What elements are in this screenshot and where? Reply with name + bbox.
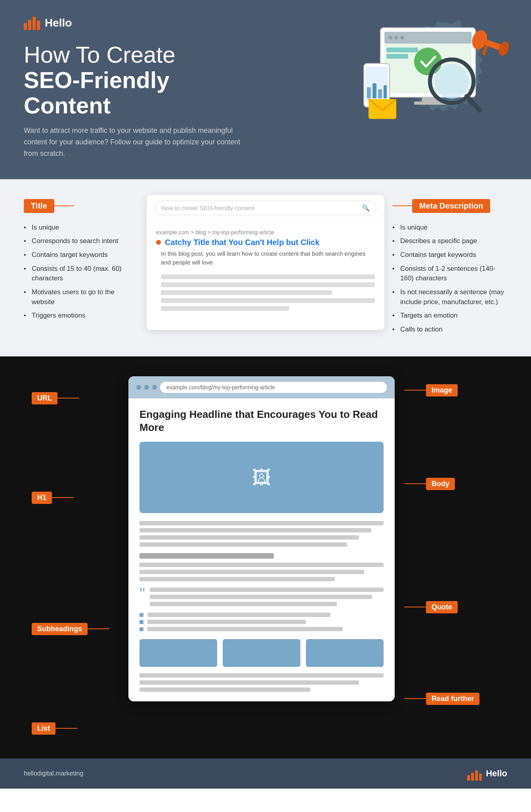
url-label-group: URL [32, 392, 119, 404]
browser-content: example.com > blog > my-top-performing-a… [147, 221, 384, 319]
list-label-group: List [32, 722, 119, 735]
list-line-3 [147, 627, 343, 631]
blog-image-placeholder: 🖼 [139, 442, 384, 513]
blog-mockup: example.com/blog/my-top-performing-artic… [128, 376, 395, 702]
body-line-4 [139, 542, 347, 547]
url-label: URL [32, 392, 57, 404]
breadcrumb: example.com > blog > my-top-performing-a… [156, 229, 375, 236]
footer-logo-text: Hello [486, 768, 507, 779]
main-title-bold: SEO-Friendly Content [24, 67, 262, 118]
list-bullet-3 [139, 627, 143, 631]
list-item-1 [139, 613, 384, 617]
rf-line-h [404, 698, 426, 699]
dot-3 [152, 385, 157, 390]
svg-point-5 [388, 36, 392, 40]
browser-mockup-col: How to create SEO-friendly content 🔍 exa… [139, 195, 392, 330]
svg-point-12 [434, 64, 469, 99]
body-line-1 [139, 521, 384, 525]
meta-bullet-1: Is unique [392, 221, 507, 235]
meta-bullet-list: Is unique Describes a specific page Cont… [392, 221, 507, 337]
footer-logo-icon [467, 766, 482, 781]
svg-rect-19 [384, 85, 387, 98]
search-icon: 🔍 [362, 204, 370, 212]
image-line-h [404, 390, 426, 391]
right-spacer-3 [404, 613, 499, 693]
blog-top-bar: example.com/blog/my-top-performing-artic… [128, 376, 395, 398]
sub-line-1 [139, 563, 384, 567]
main-title-area: How To Create SEO-Friendly Content Want … [24, 42, 262, 159]
list-bullet-2 [139, 620, 143, 624]
logo-bar-4 [37, 21, 40, 30]
catchy-title: Catchy Title that You Can't Help but Cli… [165, 238, 319, 247]
footer-bar-3 [475, 770, 478, 781]
image-label-group: Image [404, 384, 499, 396]
title-bullet-4: Consists of 15 to 40 (max. 60) character… [24, 262, 139, 285]
list-line-1 [147, 613, 330, 617]
footer-bar-4 [479, 774, 482, 781]
footer: hellodigital.marketing Hello [0, 758, 531, 789]
svg-rect-18 [378, 89, 382, 98]
gray-line-5 [161, 306, 289, 311]
subheadings-label: Subheadings [32, 623, 88, 635]
svg-point-22 [497, 40, 511, 57]
dot-2 [144, 385, 149, 390]
blog-url-bar: example.com/blog/my-top-performing-artic… [160, 382, 387, 393]
gray-line-2 [161, 282, 375, 287]
footer-bar-1 [467, 775, 470, 781]
main-subtitle: Want to attract more traffic to your web… [24, 125, 246, 159]
footer-logo: Hello [467, 766, 507, 781]
meta-connector-line [392, 205, 412, 206]
card-1 [139, 639, 217, 667]
card-2 [223, 639, 300, 667]
svg-point-6 [394, 36, 398, 40]
h1-label: H1 [32, 492, 52, 504]
browser-search-bar: How to create SEO-friendly content 🔍 [147, 195, 384, 221]
right-spacer-1 [404, 396, 499, 478]
title-bullet-3: Contains target keywords [24, 248, 139, 262]
rf-line-3 [139, 688, 310, 692]
body-content-lines [139, 521, 384, 547]
meta-badge: Meta Description [412, 199, 490, 213]
footer-bar-2 [471, 773, 474, 781]
middle-section: Title Is unique Corresponds to search in… [0, 179, 531, 356]
footer-url: hellodigital.marketing [24, 770, 83, 777]
title-bullet-2: Corresponds to search intent [24, 234, 139, 248]
title-bullet-1: Is unique [24, 221, 139, 235]
url-line-h [57, 398, 79, 398]
search-placeholder-text: How to create SEO-friendly content [161, 205, 254, 211]
browser-mockup: How to create SEO-friendly content 🔍 exa… [147, 195, 384, 330]
sub-line-3 [139, 577, 335, 581]
quote-line-1 [150, 588, 384, 592]
quote-label: Quote [426, 601, 458, 613]
blog-mockup-col: example.com/blog/my-top-performing-artic… [119, 376, 404, 702]
header-section: Hello How To Create SEO-Friendly Content… [0, 0, 531, 179]
body-line-h [404, 483, 426, 484]
quote-line-h [404, 607, 426, 607]
left-labels-col: URL H1 Subheadings [32, 376, 119, 735]
list-line-h [55, 728, 77, 729]
header-illustration [345, 4, 519, 131]
svg-rect-10 [386, 54, 408, 59]
title-badge: Title [24, 199, 54, 213]
logo-icon [24, 16, 40, 30]
gray-line-3 [161, 290, 332, 295]
gray-lines [161, 274, 375, 311]
quote-lines [150, 588, 384, 606]
title-bullet-5: Motivates users to go to the website [24, 285, 139, 309]
quote-label-group: Quote [404, 601, 499, 613]
title-bullet-6: Triggers emotions [24, 309, 139, 323]
rf-line-2 [139, 680, 359, 685]
logo-bar-2 [28, 20, 31, 30]
svg-line-13 [467, 96, 479, 110]
spacer-1 [32, 404, 119, 492]
quote-line-2 [150, 595, 372, 599]
bottom-section: URL H1 Subheadings [0, 356, 531, 758]
title-bullet-list: Is unique Corresponds to search intent C… [24, 221, 139, 323]
body-line-3 [139, 535, 359, 540]
spacer-3 [32, 635, 119, 722]
list-block [139, 613, 384, 631]
rf-line-1 [139, 673, 384, 678]
meta-bullet-6: Targets an emotion [392, 309, 507, 323]
list-line-2 [147, 620, 306, 624]
list-item-3 [139, 627, 384, 631]
